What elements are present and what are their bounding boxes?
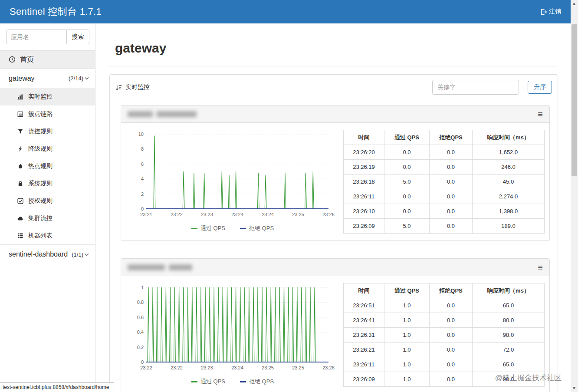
card-body: 024681023:2123:2223:2323:2423:2423:2523:…: [121, 123, 549, 240]
sidebar-item[interactable]: 机器列表: [0, 227, 95, 244]
table-cell: 0.0: [430, 328, 473, 343]
main-content: gateway 实时监控 升序 ≡024681023:2123:2223:232…: [95, 23, 571, 392]
svg-text:4: 4: [141, 176, 144, 181]
table-header-cell: 通过 QPS: [384, 283, 430, 298]
metric-card: ≡024681023:2123:2223:2323:2423:2423:2523…: [121, 105, 550, 241]
vertical-scrollbar[interactable]: [571, 0, 578, 392]
legend-item: 通过 QPS: [191, 224, 225, 232]
card-menu-icon[interactable]: ≡: [538, 263, 543, 272]
svg-text:23:21: 23:21: [140, 212, 152, 217]
sidebar-item-label: 流控规则: [28, 128, 53, 135]
table-cell: 23:26:10: [344, 204, 384, 219]
legend-dash: [240, 228, 246, 229]
table-cell: 0.0: [430, 298, 473, 313]
filter-icon: [17, 128, 23, 135]
sidebar-item-label: 热点规则: [28, 162, 53, 170]
table-cell: 0.0: [430, 175, 473, 189]
table-cell: 72.0: [473, 343, 545, 357]
table-row: 23:26:200.00.01,652.0: [344, 145, 545, 160]
sidebar-item[interactable]: 热点规则: [0, 158, 95, 175]
scrollbar-thumb[interactable]: [571, 24, 577, 176]
sidebar-item[interactable]: 系统规则: [0, 175, 95, 192]
svg-text:23:26: 23:26: [322, 365, 335, 370]
svg-text:0.4: 0.4: [137, 329, 144, 335]
table-header-cell: 通过 QPS: [384, 130, 430, 145]
table-cell: 1,398.0: [473, 204, 545, 219]
sidebar-app-sentinel-dashboard[interactable]: sentinel-dashboard(1/1): [0, 244, 95, 264]
svg-text:23:26: 23:26: [322, 212, 335, 217]
table-row: 23:26:185.00.045.0: [344, 175, 545, 189]
table-cell: 23:26:51: [344, 298, 384, 313]
qps-table: 时间通过 QPS拒绝QPS响应时间（ms）23:26:511.00.065.02…: [343, 283, 545, 387]
table-cell: 0.0: [384, 189, 430, 204]
panel-title: 实时监控: [115, 83, 150, 91]
app-name: gateway: [9, 75, 35, 82]
svg-text:23:23: 23:23: [201, 212, 213, 217]
table-row: 23:26:311.00.098.0: [344, 328, 545, 343]
table-cell: 0.0: [384, 204, 430, 219]
svg-text:23:24: 23:24: [262, 212, 274, 217]
qps-chart: 00.20.40.60.8123:2223:2223:2323:2423:252…: [131, 283, 335, 372]
svg-text:10: 10: [138, 132, 144, 137]
sidebar-item[interactable]: 簇点链路: [0, 105, 95, 123]
logout-link[interactable]: 注销: [540, 8, 561, 16]
scrollbar-down-arrow[interactable]: [572, 387, 576, 389]
table-row: 23:26:100.00.01,398.0: [344, 204, 545, 219]
card-header: ≡: [121, 259, 549, 276]
table-cell: 1.0: [384, 328, 430, 343]
sidebar-item-label: 簇点链路: [28, 110, 53, 118]
sort-order-button[interactable]: 升序: [528, 81, 552, 94]
table-cell: 0.0: [430, 189, 473, 204]
table-header-cell: 拒绝QPS: [430, 130, 473, 145]
app-search-button[interactable]: 搜索: [67, 30, 89, 44]
svg-text:0: 0: [141, 359, 144, 365]
check-icon: [17, 198, 23, 204]
sidebar-app-gateway[interactable]: gateway(2/14): [0, 69, 95, 88]
keyword-input[interactable]: [432, 80, 519, 95]
sidebar-item[interactable]: 实时监控: [0, 88, 95, 105]
logout-icon: [540, 9, 547, 15]
legend-dash: [191, 381, 197, 382]
lock-icon: [17, 181, 23, 187]
sidebar-item[interactable]: 降级规则: [0, 140, 95, 158]
sidebar-item[interactable]: 集群流控: [0, 210, 95, 227]
table-cell: 65.0: [473, 298, 545, 313]
table-cell: 189.0: [473, 219, 545, 234]
table-cell: 0.0: [430, 204, 473, 219]
table-cell: 45.0: [473, 175, 545, 189]
scrollbar-up-arrow[interactable]: [572, 3, 576, 5]
svg-text:23:22: 23:22: [171, 212, 183, 217]
table-header-row: 时间通过 QPS拒绝QPS响应时间（ms）: [344, 283, 545, 298]
table-cell: 1,652.0: [473, 145, 545, 160]
status-url: test-sentinel.icbf.plus:8858/#/dashboard…: [3, 384, 109, 390]
svg-text:23:25: 23:25: [262, 365, 274, 370]
table-cell: 23:26:09: [344, 372, 384, 387]
svg-text:23:24: 23:24: [231, 365, 243, 370]
sidebar-item[interactable]: 流控规则: [0, 123, 95, 140]
chevron-down-icon: [85, 77, 89, 80]
table-row: 23:26:095.00.0189.0: [344, 219, 545, 234]
table-cell: 1.0: [384, 372, 430, 387]
sidebar-item-label: 降级规则: [28, 145, 53, 153]
sidebar-item-label: 机器列表: [28, 232, 53, 240]
table-cell: 23:26:31: [344, 328, 384, 343]
legend-dash: [240, 381, 246, 382]
table-row: 23:26:110.00.02,274.0: [344, 189, 545, 204]
card-menu-icon[interactable]: ≡: [538, 110, 543, 119]
table-cell: 1.0: [384, 313, 430, 328]
svg-text:23:23: 23:23: [201, 365, 213, 370]
table-cell: 0.0: [384, 145, 430, 160]
sidebar-item[interactable]: 授权规则: [0, 192, 95, 210]
chevron-down-icon: [85, 253, 89, 256]
table-cell: 1.0: [384, 298, 430, 313]
fire-icon: [17, 163, 23, 169]
table-cell: 1.0: [384, 357, 430, 372]
home-label: 首页: [20, 55, 34, 64]
app-search-input[interactable]: [6, 30, 67, 44]
table-header-cell: 时间: [344, 130, 384, 145]
sidebar-item-home[interactable]: 首页: [0, 50, 95, 69]
sidebar: 搜索 首页 gateway(2/14) 实时监控簇点链路流控规则降级规则热点规则…: [0, 23, 95, 392]
table-cell: 0.0: [430, 372, 473, 387]
card-title-redacted: [128, 264, 192, 270]
table-cell: 0.0: [430, 219, 473, 234]
